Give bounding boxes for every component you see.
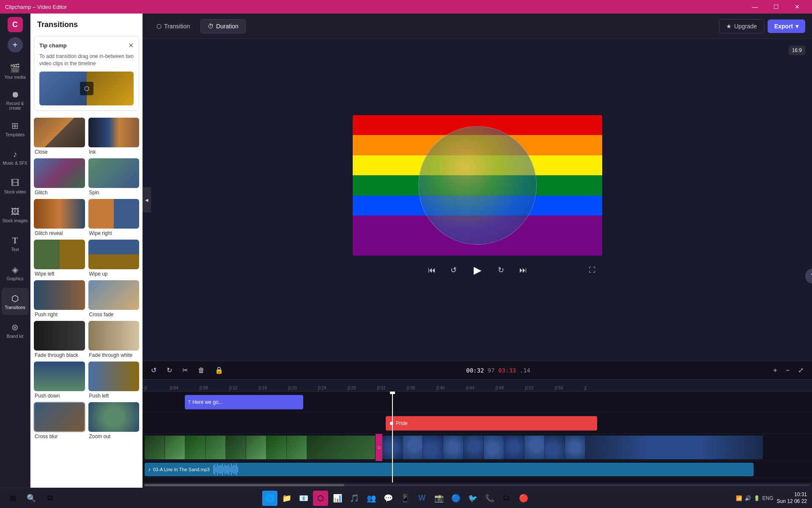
transition-fade-white[interactable]: Fade through white	[88, 321, 140, 358]
current-frames: 97	[488, 367, 498, 374]
taskbar-clipchamp-icon[interactable]: ⬡	[313, 491, 328, 506]
green-video-clip[interactable]	[145, 436, 375, 459]
transition-cross-fade[interactable]: Cross fade	[88, 280, 140, 318]
volume-icon[interactable]: 🔊	[745, 495, 751, 501]
clip-record-icon: ⏺	[389, 420, 394, 426]
undo-button[interactable]: ↺	[148, 364, 160, 376]
transition-push-down[interactable]: Push down	[34, 362, 85, 399]
transition-push-left[interactable]: Push left	[88, 362, 140, 399]
taskbar-photos-icon[interactable]: 📸	[431, 491, 447, 506]
audio-clip[interactable]: ♪ 03-A Line In The Sand.mp3	[145, 463, 754, 476]
fit-timeline-button[interactable]: ⤢	[795, 364, 807, 376]
rewind-button[interactable]: ↺	[446, 262, 461, 278]
transition-fade-black[interactable]: Fade through black	[34, 321, 85, 358]
transition-close[interactable]: Close	[34, 118, 85, 155]
search-button[interactable]: 🔍	[24, 491, 39, 506]
taskbar-explorer-icon[interactable]: 📁	[279, 491, 294, 506]
transition-ink[interactable]: Ink	[88, 118, 140, 155]
skip-to-start-button[interactable]: ⏮	[424, 262, 439, 278]
transition-thumb-glitch	[34, 158, 85, 188]
sidebar-item-record-create[interactable]: ⏺ Record & create	[2, 86, 29, 113]
tab-transition[interactable]: ⬡ Transition	[149, 19, 197, 33]
sidebar-item-brand-kit[interactable]: ⊛ Brand kit	[2, 317, 29, 344]
sidebar-item-transitions[interactable]: ⬡ Transitions	[2, 288, 29, 315]
delete-button[interactable]: 🗑	[195, 365, 208, 376]
add-media-button[interactable]: +	[8, 37, 23, 52]
taskbar-twitter-icon[interactable]: 🐦	[465, 491, 480, 506]
collapse-panel-button[interactable]: ◀	[143, 187, 151, 213]
close-button[interactable]: ✕	[787, 0, 807, 14]
help-button[interactable]: ?	[805, 268, 812, 284]
timeline-zoom-controls: + − ⤢	[770, 364, 807, 376]
taskbar-files-icon[interactable]: 🗂	[499, 491, 514, 506]
transition-label-push-left: Push left	[88, 393, 140, 399]
taskbar-phone-icon[interactable]: 📞	[482, 491, 497, 506]
transition-zoom-out[interactable]: Zoom out	[88, 402, 140, 439]
fullscreen-button[interactable]: ⛶	[589, 266, 595, 274]
transition-cross-blur[interactable]: Cross blur	[34, 402, 85, 439]
tip-close-button[interactable]: ✕	[128, 41, 134, 50]
transition-label-ink: Ink	[88, 149, 140, 155]
battery-icon[interactable]: 🔋	[754, 495, 760, 501]
transition-glitch-reveal[interactable]: Glitch reveal	[34, 199, 85, 236]
app-logo[interactable]: C	[8, 17, 23, 32]
taskbar-whatsapp-icon[interactable]: 📱	[398, 491, 413, 506]
transition-thumb-wipe-left	[34, 240, 85, 269]
sidebar-item-templates[interactable]: ⊞ Templates	[2, 115, 29, 142]
upgrade-button[interactable]: ★ Upgrade	[719, 19, 764, 33]
stock-video-icon: 🎞	[11, 178, 19, 188]
sidebar-item-music-sfx[interactable]: ♪ Music & SFX	[2, 144, 29, 171]
top-toolbar: ⬡ Transition ⏱ Duration ★ Upgrade Export…	[143, 14, 812, 39]
transition-wipe-right[interactable]: Wipe right	[88, 199, 140, 236]
zoom-out-button[interactable]: −	[782, 365, 793, 376]
scrollbar-track[interactable]	[144, 484, 810, 486]
play-pause-button[interactable]: ▶	[468, 261, 487, 279]
taskbar-edge-icon[interactable]: 🌐	[262, 491, 277, 506]
minimize-button[interactable]: —	[745, 0, 765, 14]
taskbar-spotify-icon[interactable]: 🎵	[347, 491, 362, 506]
network-icon[interactable]: 📶	[736, 495, 742, 501]
tip-preview-right	[87, 72, 134, 105]
taskbar-teams-icon[interactable]: 👥	[364, 491, 379, 506]
maximize-button[interactable]: ☐	[766, 0, 786, 14]
transition-spin[interactable]: Spin	[88, 158, 140, 196]
zoom-in-button[interactable]: +	[770, 365, 780, 376]
sidebar-item-graphics[interactable]: ◈ Graphics	[2, 259, 29, 286]
transition-marker[interactable]: ⬡	[376, 434, 382, 461]
scrollbar-thumb[interactable]	[144, 484, 344, 486]
taskbar-chrome-icon[interactable]: 🔵	[448, 491, 464, 506]
ruler-mark-4: 0:16	[259, 386, 267, 391]
transition-glitch[interactable]: Glitch	[34, 158, 85, 196]
transition-wipe-left[interactable]: Wipe left	[34, 240, 85, 277]
taskbar-messenger-icon[interactable]: 💬	[381, 491, 396, 506]
sidebar-item-label: Text	[11, 247, 19, 252]
taskbar-mail-icon[interactable]: 📧	[296, 491, 311, 506]
sidebar-item-stock-images[interactable]: 🖼 Stock images	[2, 202, 29, 229]
skip-to-end-button[interactable]: ⏭	[516, 262, 531, 278]
sidebar-item-text[interactable]: T Text	[2, 230, 29, 257]
fast-forward-button[interactable]: ↻	[494, 262, 509, 278]
playhead-handle[interactable]	[390, 392, 395, 394]
earth-video-clip[interactable]	[382, 436, 763, 459]
caption-clip[interactable]: T Here we go...	[185, 395, 303, 409]
transition-wipe-up[interactable]: Wipe up	[88, 240, 140, 277]
timeline-playhead[interactable]	[392, 392, 393, 483]
lock-button[interactable]: 🔒	[211, 364, 227, 376]
taskbar-excel-icon[interactable]: 📊	[330, 491, 345, 506]
start-button[interactable]: ⊞	[5, 491, 20, 506]
task-view-button[interactable]: ⧉	[42, 491, 58, 506]
taskbar-youtube-icon[interactable]: 🔴	[516, 491, 531, 506]
pride-clip[interactable]: ⏺ Pride	[386, 416, 597, 431]
transition-push-right[interactable]: Push right	[34, 280, 85, 318]
sidebar-item-label: Your media	[4, 75, 25, 80]
taskbar-word-icon[interactable]: W	[414, 491, 430, 506]
sidebar-item-stock-video[interactable]: 🎞 Stock video	[2, 173, 29, 200]
redo-button[interactable]: ↻	[163, 364, 176, 376]
tab-duration[interactable]: ⏱ Duration	[200, 19, 246, 33]
export-button[interactable]: Export ▾	[768, 19, 805, 33]
sidebar-item-label: Record & create	[2, 101, 29, 110]
cut-button[interactable]: ✂	[179, 364, 191, 376]
total-frames: .14	[520, 367, 530, 374]
transition-thumb-push-left	[88, 362, 140, 391]
sidebar-item-your-media[interactable]: 🎬 Your media	[2, 58, 29, 85]
